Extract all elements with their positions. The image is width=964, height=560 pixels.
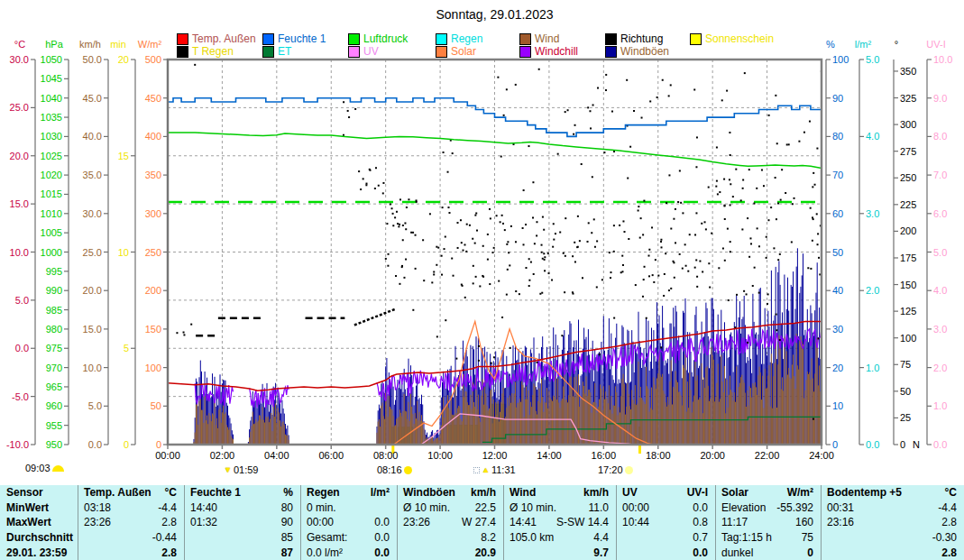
axis-tick-label: 15.0 [83, 324, 102, 335]
x-tick-label: 22:00 [755, 450, 780, 461]
axis-tick-label: 70 [832, 170, 843, 180]
axis-tick-label: 100 [832, 54, 849, 65]
table-col-unit: °C [902, 486, 964, 499]
axis-tick-label: 5.0 [933, 247, 947, 258]
axis-unit-label: % [826, 39, 835, 50]
axis-tick-label: 1000 [41, 247, 62, 258]
axis-tick-label: 1.0 [866, 363, 879, 373]
axis-unit-label: km/h [79, 39, 101, 50]
event-time: 08:16 [377, 464, 402, 475]
axis-tick-label: 30.0 [83, 208, 102, 219]
table-col-unit: W/m² [748, 486, 821, 499]
axis-tick-label: 275 [900, 146, 916, 157]
moon-dome-icon [52, 465, 64, 472]
axis-tick-label: 100 [900, 333, 916, 344]
table-cell-value: 2.8 [111, 516, 184, 528]
axis-km-h: km/h50.045.040.035.030.025.020.015.010.0… [79, 39, 108, 450]
axis-tick-label: 2.0 [933, 363, 947, 373]
axis-tick-label: 25.0 [83, 247, 102, 258]
axis-tick-label: 100 [145, 363, 161, 373]
axis-tick-label: 5.0 [15, 295, 29, 306]
event-time: 09:03 [25, 463, 50, 473]
axis-tick-label: 25.0 [10, 102, 29, 113]
table-cell-label: 00:31 [821, 501, 854, 514]
table-col-temp-au-en: Temp. Außen°C03:18-4.423:262.8-0.442.8 [78, 485, 184, 560]
axis-tick-label: 30 [832, 324, 843, 335]
axis-tick-label: 200 [145, 285, 161, 296]
x-tick-label: 16:00 [592, 450, 617, 461]
axis-tick-label: 990 [46, 285, 62, 296]
chart-canvas: °C30.025.020.015.010.05.00.0-5.0-10.0hPa… [0, 0, 964, 484]
table-cell-label: 14:41 [503, 516, 537, 528]
axis-tick-label: 75 [900, 359, 911, 370]
table-row-label: MinWert [0, 501, 49, 514]
axis-tick-label: 30.0 [10, 54, 29, 65]
table-row-label: Durchschnitt [0, 531, 73, 544]
axis-tick-label: 150 [900, 280, 916, 290]
axis-tick-label: 1035 [41, 112, 62, 123]
x-tick-label: 14:00 [537, 450, 562, 461]
axis-tick-label: 15 [118, 151, 129, 161]
axis-: °350325300275250225200175150125100755025… [894, 39, 920, 450]
arrow-up-icon: ▲ [482, 465, 490, 474]
axis-tick-label: 0.0 [866, 439, 879, 450]
table-cell-value: 0.8 [649, 516, 715, 528]
axis-tick-label: 50 [832, 247, 843, 258]
axis-tick-label: 10.0 [83, 363, 102, 373]
table-cell-label: 11:17 [715, 516, 748, 528]
table-row-label: Sensor [0, 486, 43, 499]
axis-tick-label: 350 [145, 170, 161, 180]
x-tick-label: 06:00 [318, 450, 344, 461]
axis-tick-label: 9.0 [933, 93, 947, 104]
axis-tick-label: 975 [46, 343, 62, 353]
event-time: 11:31 [491, 464, 516, 475]
axis-tick-label: 1045 [41, 73, 62, 84]
x-tick-label: 08:00 [373, 450, 399, 461]
table-cell-value: 87 [190, 546, 300, 559]
table-col-solar: SolarW/m²Elevation-55.39211:17160Tag:1:1… [715, 485, 821, 560]
table-col-windb-en: Windböenkm/hØ 10 min.22.523:26W 27.48.22… [397, 485, 503, 560]
event-time: 01:59 [234, 464, 259, 475]
table-cell-value: 22.5 [450, 501, 503, 514]
axis-tick-label: 50 [900, 386, 911, 397]
axis-tick-label: 500 [145, 54, 161, 65]
axis-north-label: N [913, 439, 920, 450]
axis-tick-label: 1050 [41, 54, 62, 65]
table-cell-value: 11.0 [556, 501, 616, 514]
axis-tick-label: 0 [156, 439, 161, 450]
table-col-uv: UVUV-I00:000.010:440.80.70.0 [616, 485, 715, 560]
axis-tick-label: 985 [46, 305, 62, 316]
sensor-summary-table: SensorMinWertMaxWertDurchschnitt29.01. 2… [0, 485, 964, 560]
axis-tick-label: 20.0 [83, 285, 102, 296]
axis-tick-label: 20.0 [10, 151, 29, 161]
axis-tick-label: 0 [900, 439, 905, 450]
axis-tick-label: 175 [900, 252, 916, 263]
axis-tick-label: 1005 [41, 227, 62, 238]
table-cell-value: 4.4 [554, 531, 616, 544]
table-cell-value: 0.0 [347, 531, 397, 544]
table-cell-label: 01:32 [184, 516, 217, 528]
table-col-header: Wind [503, 486, 536, 499]
table-col-unit: l/m² [340, 486, 397, 499]
table-row-label: 29.01. 23:59 [0, 546, 67, 559]
axis-tick-label: 1020 [41, 170, 62, 180]
table-col-header: Bodentemp +5 [821, 486, 902, 499]
axis-tick-label: 4.0 [866, 131, 879, 142]
arrow-down-icon: ▼ [224, 465, 232, 474]
axis-tick-label: 60 [832, 208, 843, 219]
table-col-header: Windböen [397, 486, 455, 499]
table-col-unit: km/h [536, 486, 616, 499]
axis-tick-label: 80 [832, 131, 843, 142]
table-cell-value: -4.4 [111, 501, 184, 514]
axis-tick-label: 15.0 [10, 198, 29, 209]
axis-tick-label: 7.0 [933, 170, 947, 180]
table-cell-label: 03:18 [78, 501, 111, 514]
axis-tick-label: 10 [118, 247, 129, 258]
event-01-59: ▼01:59 [224, 464, 258, 475]
table-cell-value: 85 [190, 531, 300, 544]
axis-tick-label: 965 [46, 381, 62, 392]
table-cell-label: 23:26 [397, 516, 430, 528]
pale-dot-icon [625, 466, 633, 474]
table-col-header: Temp. Außen [78, 486, 151, 499]
axis-tick-label: 25 [900, 412, 911, 423]
